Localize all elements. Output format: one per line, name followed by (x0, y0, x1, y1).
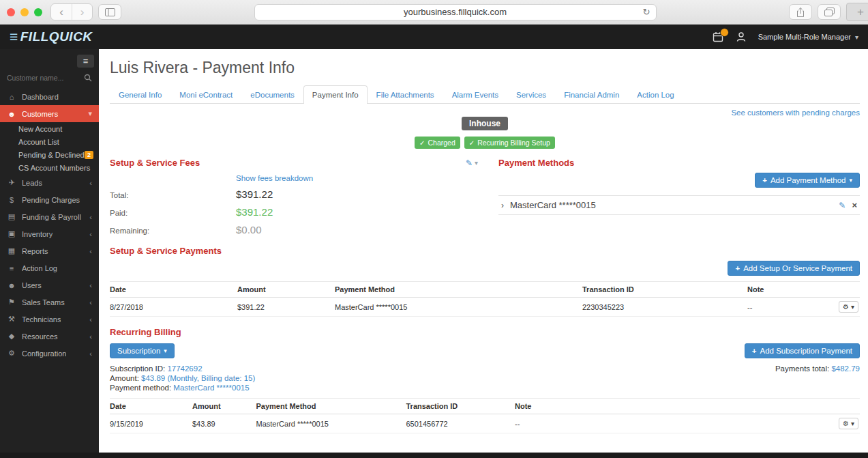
history-nav: ‹ › (50, 3, 93, 20)
sidebar-item-dashboard[interactable]: ⌂ Dashboard (0, 88, 99, 105)
sidebar-item-cs-account-numbers[interactable]: CS Account Numbers (0, 161, 99, 174)
cell-date: 8/27/2018 (110, 298, 237, 317)
service-payments-table: Date Amount Payment Method Transaction I… (110, 281, 860, 317)
sidebar-collapse-button[interactable]: ≡ (77, 55, 94, 68)
fullscreen-window-button[interactable] (34, 8, 42, 16)
tab-alarm-events[interactable]: Alarm Events (443, 85, 507, 104)
show-fees-breakdown-link[interactable]: Show fees breakdown (236, 174, 313, 182)
row-actions-button[interactable]: ⚙ ▾ (839, 301, 858, 313)
sidebar-item-pending-charges[interactable]: $ Pending Charges (0, 191, 99, 208)
delete-payment-method-button[interactable]: × (852, 200, 857, 210)
sidebar-item-configuration[interactable]: ⚙ Configuration ‹ (0, 345, 99, 362)
edit-payment-method-button[interactable]: ✎ (839, 201, 845, 210)
check-icon: ✓ (419, 139, 425, 147)
add-payment-method-button[interactable]: + Add Payment Method ▾ (755, 173, 860, 188)
person-icon (736, 31, 747, 42)
col-amount: Amount (192, 399, 256, 414)
share-button[interactable] (789, 4, 812, 20)
minimize-window-button[interactable] (20, 8, 29, 16)
tab-file-attachments[interactable]: File Attachments (368, 85, 443, 104)
payments-total-label: Payments total: (775, 364, 829, 373)
share-icon (796, 7, 805, 18)
recurring-billing-setup-badge: ✓ Recurring Billing Setup (464, 137, 555, 149)
fillquick-logo[interactable]: ≡ FILLQUICK (10, 29, 93, 45)
sidebar-item-reports[interactable]: ▦ Reports ‹ (0, 242, 99, 259)
user-role-dropdown[interactable]: Sample Multi-Role Manager ▾ (758, 33, 858, 41)
gear-icon: ⚙ (843, 303, 849, 311)
back-button[interactable]: ‹ (51, 4, 72, 20)
setup-service-payments-section: Setup & Service Payments + Add Setup Or … (110, 246, 860, 317)
tab-action-log[interactable]: Action Log (628, 85, 683, 104)
add-subscription-payment-button[interactable]: + Add Subscription Payment (745, 343, 860, 358)
chevron-left-icon: ‹ (89, 213, 92, 221)
sidebar-item-leads[interactable]: ✈ Leads ‹ (0, 174, 99, 191)
sidebar-item-account-list[interactable]: Account List (0, 135, 99, 148)
address-bar[interactable]: yourbusiness.fillquick.com ↻ (254, 4, 657, 20)
search-icon[interactable] (84, 74, 92, 82)
col-note: Note (747, 282, 830, 298)
sidebar-item-new-account[interactable]: New Account (0, 122, 99, 135)
tab-moni-econtract[interactable]: Moni eContract (170, 85, 241, 104)
row-actions-button[interactable]: ⚙ ▾ (839, 418, 858, 429)
sidebar-item-sales-teams[interactable]: ⚑ Sales Teams ‹ (0, 294, 99, 311)
sidebar-item-resources[interactable]: ◆ Resources ‹ (0, 328, 99, 345)
sidebar-item-customers[interactable]: ☻ Customers ▾ (0, 105, 99, 122)
total-label: Total: (110, 191, 236, 199)
customer-search-input[interactable] (7, 74, 80, 82)
chevron-down-icon: ▾ (164, 347, 167, 354)
edit-fees-button[interactable]: ✎ ▾ (466, 158, 478, 168)
forward-button[interactable]: › (72, 4, 92, 20)
chevron-down-icon: ▾ (855, 33, 858, 41)
sidebar-item-users[interactable]: ☻ Users ‹ (0, 276, 99, 294)
subscription-dropdown-button[interactable]: Subscription ▾ (110, 343, 175, 358)
payment-method-row[interactable]: › MasterCard *****0015 ✎ × (498, 195, 860, 215)
sidebar-item-inventory[interactable]: ▣ Inventory ‹ (0, 225, 99, 242)
gear-icon: ⚙ (843, 420, 849, 427)
tab-financial-admin[interactable]: Financial Admin (555, 85, 628, 104)
close-window-button[interactable] (7, 8, 15, 16)
logo-bars-icon: ≡ (10, 29, 18, 45)
pending-charges-link[interactable]: See customers with pending charges (731, 109, 860, 117)
sidebar-item-pending-declined[interactable]: Pending & Declined 2 (0, 148, 99, 161)
tab-services[interactable]: Services (507, 85, 555, 104)
chevron-left-icon: ‹ (89, 230, 92, 238)
chevron-right-icon[interactable]: › (501, 201, 504, 210)
fees-heading: Setup & Service Fees (110, 158, 200, 168)
cell-transaction-id: 2230345223 (582, 298, 747, 317)
user-profile-button[interactable] (735, 31, 747, 43)
chevron-left-icon: ‹ (89, 349, 92, 358)
calendar-button[interactable] (712, 31, 724, 43)
recurring-payments-table: Date Amount Payment Method Transaction I… (110, 398, 860, 433)
new-tab-button[interactable]: + (846, 3, 868, 21)
tab-general-info[interactable]: General Info (110, 85, 170, 104)
browser-sidebar-toggle-button[interactable] (98, 4, 121, 20)
add-setup-or-service-payment-button[interactable]: + Add Setup Or Service Payment (728, 261, 860, 276)
customer-tabs: General Info Moni eContract eDocuments P… (110, 85, 860, 104)
chevron-left-icon: ‹ (89, 315, 92, 324)
tab-edocuments[interactable]: eDocuments (241, 85, 303, 104)
sidebar: ≡ ⌂ Dashboard ☻ Customers ▾ New Account (0, 49, 99, 453)
tab-overview-button[interactable] (818, 4, 841, 20)
recurring-billing-section: Recurring Billing Subscription ▾ + Add S… (110, 327, 860, 433)
account-type-badge: Inhouse (462, 117, 508, 130)
notification-badge (720, 28, 729, 37)
sidebar-item-action-log[interactable]: ≡ Action Log (0, 259, 99, 276)
chevron-down-icon: ▾ (851, 303, 854, 311)
reports-icon: ▦ (7, 246, 16, 255)
remaining-value: $0.00 (236, 224, 262, 235)
subscription-amount-value: $43.89 (Monthly, Billing date: 15) (141, 374, 255, 382)
check-icon: ✓ (469, 139, 475, 147)
payment-methods-heading: Payment Methods (498, 158, 574, 168)
sidebar-item-technicians[interactable]: ⚒ Technicians ‹ (0, 311, 99, 328)
col-payment-method: Payment Method (335, 282, 582, 298)
reload-icon[interactable]: ↻ (643, 7, 650, 17)
sales-teams-icon: ⚑ (7, 298, 16, 306)
col-date: Date (110, 282, 237, 298)
chevron-down-icon: ▾ (849, 177, 852, 184)
tab-payment-info[interactable]: Payment Info (303, 85, 368, 104)
plus-icon: + (735, 264, 740, 272)
sidebar-item-funding-payroll[interactable]: ▤ Funding & Payroll ‹ (0, 208, 99, 225)
url-text: yourbusiness.fillquick.com (404, 7, 507, 17)
subscription-method-value: MasterCard *****0015 (173, 384, 249, 392)
dollar-icon: $ (7, 196, 16, 204)
